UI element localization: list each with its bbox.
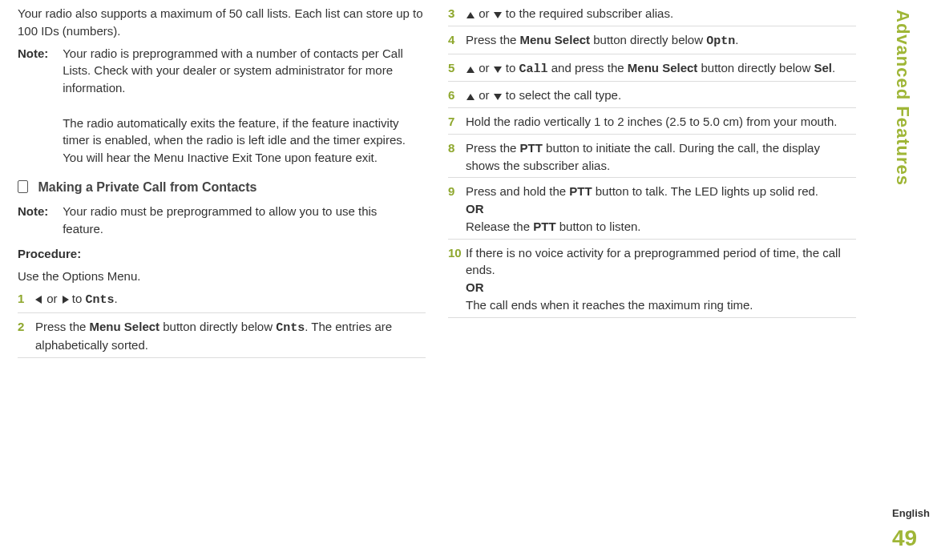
page-number-value: 49 [892,526,917,550]
procedure-label: Procedure: [18,245,426,263]
step-5: 5 or to Call and press the Menu Select b… [448,59,856,83]
language-label: English [892,506,930,522]
t: button directly below [163,320,276,333]
step-body: or to Cnts. [35,290,426,309]
step-number: 1 [18,290,35,309]
step-body: If there is no voice activity for a prep… [466,244,856,314]
right-column: 3 or to the required subscriber alias. 4… [437,0,867,363]
section-title-text: Making a Private Call from Contacts [38,180,256,194]
note-block-1: Note: Your radio is preprogrammed with a… [18,45,426,167]
t: Press and hold the [466,184,569,198]
t: to the required subscriber alias. [506,6,673,20]
cnts-label: Cnts [276,321,305,335]
t: . [735,33,738,46]
note-body-1: Your radio is preprogrammed with a numbe… [63,45,411,167]
call-label: Call [519,62,548,76]
document-icon [18,180,28,193]
step-body: or to Call and press the Menu Select but… [466,59,856,79]
t: button directly below [593,33,706,46]
nav-right-icon [63,296,69,304]
step-body: Press the Menu Select button directly be… [466,31,856,50]
menu-select-label: Menu Select [520,33,591,46]
section-title: Making a Private Call from Contacts [18,178,426,196]
text-or: or [479,61,493,75]
step-body: Hold the radio vertically 1 to 2 inches … [466,113,856,131]
dot: . [115,292,118,305]
or-label: OR [466,202,484,216]
t: to select the call type. [506,88,621,102]
step-number: 2 [18,318,35,355]
nav-up-icon [466,94,475,100]
text-or: or [479,6,493,20]
step-number: 4 [448,31,466,50]
t: If there is no voice activity for a prep… [466,246,841,277]
note-label: Note: [18,45,59,62]
step-number: 8 [448,139,466,175]
step-4: 4 Press the Menu Select button directly … [448,31,856,54]
step-2: 2 Press the Menu Select button directly … [18,318,426,359]
ptt-label: PTT [569,184,592,198]
step-body: Press and hold the PTT button to talk. T… [466,183,856,235]
t: to [506,61,519,75]
t: Press the [466,33,520,46]
text-to: to [72,292,86,305]
or-label: OR [466,280,484,294]
step-3: 3 or to the required subscriber alias. [448,5,856,26]
t: and press the [551,61,628,75]
sel-label: Sel [814,61,832,75]
step-1: 1 or to Cnts. [18,290,426,313]
step-body: or to the required subscriber alias. [466,5,856,22]
t: button to listen. [559,220,641,233]
step-body: Press the PTT button to initiate the cal… [466,139,856,175]
step-number: 6 [448,87,466,104]
step-10: 10 If there is no voice activity for a p… [448,244,856,318]
nav-down-icon [494,94,502,100]
t: button directly below [701,61,814,75]
left-column: Your radio also supports a maximum of 50… [6,0,437,363]
t: Press the [466,141,520,155]
note2-body: Your radio must be preprogrammed to allo… [63,203,411,238]
nav-down-icon [494,12,502,18]
cnts-label: Cnts [86,293,115,307]
t: Release the [466,220,533,233]
step-number: 9 [448,183,466,235]
page-content: Your radio also supports a maximum of 50… [0,0,882,363]
t: The call ends when it reaches the maximu… [466,298,753,312]
note-block-2: Note: Your radio must be preprogrammed t… [18,203,426,238]
side-section-label: Advanced Features [890,10,915,186]
nav-left-icon [35,296,42,304]
procedure-intro: Use the Options Menu. [18,268,426,285]
note-para-1: Your radio is preprogrammed with a numbe… [63,46,403,95]
step-9: 9 Press and hold the PTT button to talk.… [448,183,856,239]
nav-up-icon [466,66,475,73]
note2-label: Note: [18,203,59,220]
page-number: English 49 [892,506,930,555]
step-body: Press the Menu Select button directly be… [35,318,426,355]
menu-select-label: Menu Select [628,61,698,75]
t: Press the [35,320,90,333]
ptt-label: PTT [520,141,543,155]
optn-label: Optn [706,34,735,48]
t: . [832,61,835,75]
step-7: 7 Hold the radio vertically 1 to 2 inche… [448,113,856,135]
t: button to talk. The LED lights up solid … [596,184,818,198]
text-or: or [479,88,493,102]
nav-up-icon [466,12,475,18]
note-para-2: The radio automatically exits the featur… [63,116,406,165]
menu-select-label: Menu Select [90,320,160,333]
step-number: 3 [448,5,466,22]
step-number: 5 [448,59,466,79]
step-number: 10 [448,244,466,314]
nav-down-icon [494,66,502,73]
ptt-label: PTT [533,220,555,233]
step-body: or to select the call type. [466,87,856,104]
step-number: 7 [448,113,466,131]
text-or: or [46,292,61,305]
intro-paragraph: Your radio also supports a maximum of 50… [18,5,426,40]
step-6: 6 or to select the call type. [448,87,856,108]
side-tab: Advanced Features [890,10,922,522]
step-8: 8 Press the PTT button to initiate the c… [448,139,856,179]
